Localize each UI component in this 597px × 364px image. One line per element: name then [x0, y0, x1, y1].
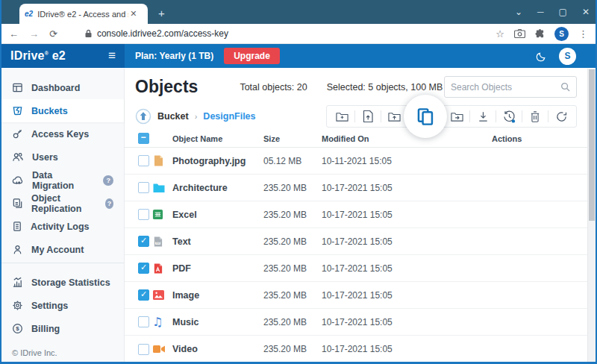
plan-label: Plan: Yearly (1 TB) — [135, 51, 213, 61]
scrollbar-thumb[interactable] — [589, 69, 595, 221]
create-folder-button[interactable] — [329, 106, 354, 127]
table-row[interactable]: Excel 235.20 MB 10-17-2021 15:05 — [125, 201, 587, 228]
excel-file-icon — [152, 209, 163, 220]
activity-logs-icon — [12, 221, 22, 232]
logo-zone: IDrive® e2 ≡ — [1, 44, 125, 68]
row-checkbox[interactable] — [138, 263, 149, 274]
sidebar-item-settings[interactable]: Settings — [1, 294, 124, 317]
breadcrumb-separator: › — [195, 112, 198, 121]
download-button[interactable] — [470, 106, 496, 127]
sidebar-item-dashboard[interactable]: Dashboard — [1, 76, 124, 99]
refresh-icon — [555, 110, 568, 123]
browser-menu-icon[interactable]: ⋮ — [578, 28, 588, 40]
snapshots-history-icon — [502, 110, 516, 124]
new-tab-button[interactable]: + — [158, 7, 165, 19]
window-minimize-icon[interactable]: ─ — [537, 7, 544, 17]
account-avatar[interactable]: S — [559, 48, 576, 65]
snapshots-button[interactable] — [496, 106, 522, 127]
sidebar: Dashboard Buckets Access Keys Users Data… — [1, 69, 125, 362]
favicon-e2: e2 — [25, 10, 33, 18]
extensions-puzzle-icon[interactable] — [535, 29, 545, 39]
svg-text:TXT: TXT — [156, 242, 160, 245]
table-row[interactable]: Architecture 235.20 MB 10-17-2021 15:05 — [125, 175, 587, 201]
browser-titlebar: e2 IDrive® e2 - Access and secret ke ✕ +… — [1, 0, 596, 24]
bucket-up-icon[interactable] — [135, 108, 151, 125]
move-button[interactable] — [444, 106, 469, 127]
billing-icon: $ — [12, 323, 23, 334]
browser-window: e2 IDrive® e2 - Access and secret ke ✕ +… — [0, 0, 597, 364]
page-title: Objects — [135, 77, 198, 97]
row-checkbox[interactable] — [138, 209, 149, 220]
dashboard-icon — [12, 82, 23, 93]
row-checkbox[interactable] — [138, 344, 149, 355]
browser-tab[interactable]: e2 IDrive® e2 - Access and secret ke ✕ — [19, 4, 148, 24]
refresh-button[interactable] — [548, 106, 574, 127]
sidebar-divider — [1, 263, 124, 263]
column-actions: Actions — [492, 134, 587, 143]
image-file-icon — [152, 289, 165, 301]
window-close-icon[interactable]: ✕ — [582, 7, 590, 17]
camera-icon[interactable] — [514, 29, 525, 38]
help-badge-icon[interactable]: ? — [103, 175, 113, 186]
browser-profile-avatar[interactable]: S — [554, 27, 569, 41]
forward-icon[interactable]: → — [29, 28, 39, 40]
sidebar-item-activity-logs[interactable]: Activity Logs — [1, 215, 124, 238]
sidebar-item-users[interactable]: Users — [1, 145, 124, 169]
table-row[interactable]: Video 235.20 MB 10-17-2021 15:05 — [125, 336, 587, 362]
hamburger-menu-icon[interactable]: ≡ — [108, 48, 116, 63]
search-box — [444, 76, 577, 98]
sidebar-item-storage-statistics[interactable]: Storage Statistics — [1, 271, 124, 294]
table-row[interactable]: ♫ Music 235.20 MB 10-17-2021 15:05 — [125, 309, 587, 336]
window-chevron-icon[interactable]: ⌄ — [515, 7, 522, 17]
copyright-text: © IDrive Inc. — [12, 348, 57, 357]
copy-button-spotlight[interactable] — [404, 95, 447, 138]
window-maximize-icon[interactable]: ▢ — [559, 7, 567, 17]
folder-icon — [152, 182, 166, 194]
breadcrumb-bucket[interactable]: Bucket — [157, 111, 189, 122]
back-icon[interactable]: ← — [9, 28, 19, 40]
total-objects-label: Total objects: 20 — [240, 82, 307, 92]
upload-folder-button[interactable] — [381, 106, 407, 127]
object-toolbar — [326, 105, 577, 128]
copy-icon — [416, 107, 436, 127]
sidebar-item-access-keys[interactable]: Access Keys — [1, 122, 124, 145]
row-checkbox[interactable] — [138, 316, 149, 327]
select-all-checkbox[interactable] — [138, 133, 149, 144]
row-checkbox[interactable] — [138, 182, 149, 193]
table-row[interactable]: Photography.jpg 05.12 MB 10-11-2021 15:0… — [125, 148, 587, 175]
table-row[interactable]: PDF 235.20 MB 10-17-2021 15:05 — [125, 255, 587, 282]
row-checkbox[interactable] — [138, 236, 149, 247]
search-input[interactable] — [451, 82, 560, 92]
jpg-file-icon — [152, 154, 164, 167]
reload-icon[interactable]: ⟳ — [49, 28, 57, 40]
upgrade-button[interactable]: Upgrade — [224, 48, 280, 64]
breadcrumb-designfiles[interactable]: DesignFiles — [203, 111, 255, 122]
sidebar-item-object-replication[interactable]: Object Replication ? — [1, 192, 124, 215]
search-icon — [560, 82, 570, 92]
sidebar-item-buckets[interactable]: Buckets — [1, 99, 124, 122]
video-file-icon — [152, 344, 166, 354]
idrive-e2-logo: IDrive® e2 — [10, 49, 66, 63]
help-badge-icon[interactable]: ? — [105, 198, 113, 209]
sidebar-item-my-account[interactable]: My Account — [1, 238, 124, 261]
row-checkbox[interactable] — [138, 155, 149, 166]
table-row[interactable]: TXT Text 235.20 MB 10-17-2021 15:05 — [125, 228, 587, 255]
upload-file-button[interactable] — [355, 106, 381, 127]
page-scrollbar[interactable] — [587, 69, 596, 362]
lock-icon — [84, 29, 93, 38]
bookmark-star-icon[interactable]: ☆ — [496, 28, 504, 40]
delete-button[interactable] — [522, 106, 548, 127]
statistics-icon — [12, 277, 23, 288]
row-checkbox[interactable] — [138, 289, 149, 301]
upload-folder-icon — [387, 110, 401, 123]
tab-close-icon[interactable]: ✕ — [130, 9, 137, 19]
table-row[interactable]: Image 235.20 MB 10-17-2021 15:05 — [125, 282, 587, 309]
sidebar-item-data-migration[interactable]: Data Migration ? — [1, 169, 124, 192]
browser-urlbar: ← → ⟳ console.idrivee2.com/access-key ☆ … — [1, 24, 596, 44]
dark-mode-moon-icon[interactable] — [536, 51, 547, 62]
url-text[interactable]: console.idrivee2.com/access-key — [97, 28, 228, 39]
music-file-icon: ♫ — [152, 316, 163, 328]
sidebar-item-billing[interactable]: $ Billing — [1, 317, 124, 340]
column-object-name: Object Name — [172, 134, 263, 143]
objects-table: Object Name Size Modified On Actions Pho… — [125, 130, 587, 362]
